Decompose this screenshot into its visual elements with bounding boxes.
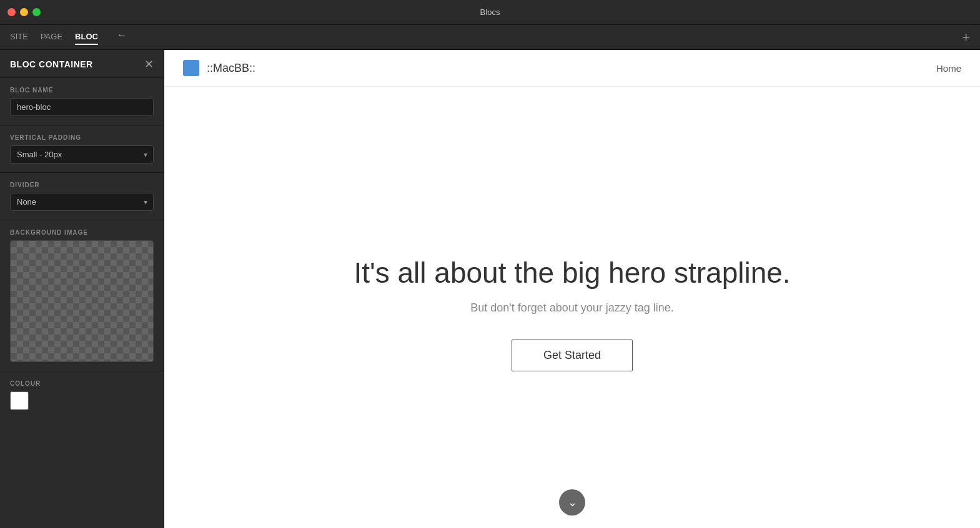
traffic-light-minimize[interactable] bbox=[20, 8, 28, 16]
canvas-navbar: ::MacBB:: Home bbox=[164, 50, 980, 87]
divider-label: DIVIDER bbox=[10, 182, 154, 188]
canvas-page: ::MacBB:: Home It's all about the big he… bbox=[164, 50, 980, 528]
chevron-down-icon: ⌄ bbox=[568, 496, 577, 509]
tab-site[interactable]: SITE bbox=[10, 29, 28, 45]
background-image-label: BACKGROUND IMAGE bbox=[10, 229, 154, 236]
hero-headline: It's all about the big hero strapline. bbox=[354, 256, 790, 290]
bloc-name-section: BLOC NAME bbox=[0, 78, 164, 125]
canvas-hero: It's all about the big hero strapline. B… bbox=[164, 87, 980, 528]
traffic-light-close[interactable] bbox=[7, 8, 16, 16]
traffic-light-fullscreen[interactable] bbox=[32, 8, 41, 16]
vertical-padding-select[interactable]: None Small - 20px Medium - 40px Large - … bbox=[10, 145, 154, 164]
sidebar-title: BLOC CONTAINER bbox=[10, 59, 93, 69]
logo-area: ::MacBB:: bbox=[183, 60, 255, 76]
colour-label: COLOUR bbox=[10, 380, 154, 387]
vertical-padding-section: VERTICAL PADDING None Small - 20px Mediu… bbox=[0, 125, 164, 172]
background-image-preview[interactable] bbox=[10, 240, 154, 362]
nav-link-home[interactable]: Home bbox=[936, 63, 961, 74]
vertical-padding-label: VERTICAL PADDING bbox=[10, 134, 154, 141]
title-bar: Blocs bbox=[0, 0, 980, 25]
app-title: Blocs bbox=[480, 7, 500, 17]
divider-select-wrapper: None Line Shadow Gradient bbox=[10, 193, 154, 211]
bloc-name-label: BLOC NAME bbox=[10, 87, 154, 94]
scroll-down-button[interactable]: ⌄ bbox=[559, 489, 585, 516]
get-started-button[interactable]: Get Started bbox=[512, 340, 633, 371]
hero-subline: But don't forget about your jazzy tag li… bbox=[470, 301, 674, 315]
traffic-lights bbox=[7, 8, 41, 16]
sidebar-header: BLOC CONTAINER ✕ bbox=[0, 50, 164, 78]
main-layout: BLOC CONTAINER ✕ BLOC NAME VERTICAL PADD… bbox=[0, 50, 980, 528]
add-button[interactable]: + bbox=[962, 31, 970, 44]
canvas-area: ::MacBB:: Home It's all about the big he… bbox=[164, 50, 980, 528]
colour-section: COLOUR bbox=[0, 371, 164, 419]
colour-swatch[interactable] bbox=[10, 391, 29, 410]
bloc-name-input[interactable] bbox=[10, 98, 154, 116]
sidebar: BLOC CONTAINER ✕ BLOC NAME VERTICAL PADD… bbox=[0, 50, 164, 528]
vertical-padding-select-wrapper: None Small - 20px Medium - 40px Large - … bbox=[10, 145, 154, 164]
logo-icon bbox=[183, 60, 199, 76]
logo-text: ::MacBB:: bbox=[207, 62, 255, 75]
background-image-section: BACKGROUND IMAGE bbox=[0, 220, 164, 371]
divider-select[interactable]: None Line Shadow Gradient bbox=[10, 193, 154, 211]
tab-bloc[interactable]: BLOC bbox=[75, 29, 98, 45]
sidebar-close-button[interactable]: ✕ bbox=[144, 59, 154, 70]
toolbar: SITE PAGE BLOC ← + bbox=[0, 25, 980, 50]
divider-section: DIVIDER None Line Shadow Gradient bbox=[0, 173, 164, 220]
tab-page[interactable]: PAGE bbox=[41, 29, 62, 45]
toolbar-tabs: SITE PAGE BLOC ← bbox=[10, 29, 127, 45]
back-button[interactable]: ← bbox=[117, 29, 127, 45]
